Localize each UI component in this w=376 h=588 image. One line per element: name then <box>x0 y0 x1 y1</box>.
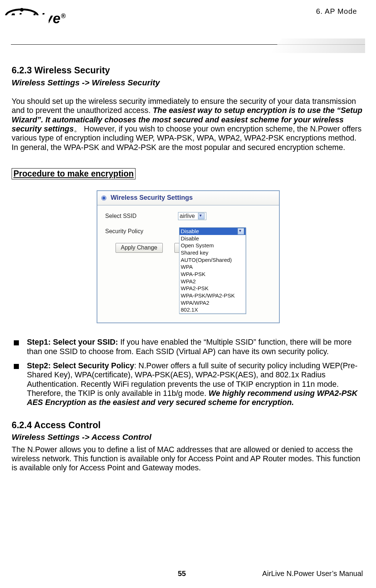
apply-change-button[interactable]: Apply Change <box>116 243 163 253</box>
logo-registered: ® <box>61 12 66 20</box>
policy-option[interactable]: Disable <box>179 235 246 242</box>
policy-option[interactable]: WPA/WPA2 <box>179 299 246 307</box>
step2-title: : Select Security Policy <box>48 361 134 370</box>
section-6-2-3-paragraph: You should set up the wireless security … <box>12 97 364 152</box>
policy-option[interactable]: WPA <box>179 263 246 271</box>
policy-selected: Disable <box>181 228 199 235</box>
policy-option[interactable]: Open System <box>179 242 246 249</box>
svg-rect-1 <box>5 15 49 23</box>
step-1: Step1: Select your SSID: If you have ena… <box>12 338 364 356</box>
policy-option[interactable]: WPA-PSK/WPA2-PSK <box>179 292 246 299</box>
step-2: Step2: Select Security Policy: N.Power o… <box>12 361 364 407</box>
policy-option[interactable]: 802.1X <box>179 306 246 313</box>
policy-option[interactable]: WPA-PSK <box>179 271 246 278</box>
airlive-logo: Air Live® <box>7 11 66 27</box>
policy-option[interactable]: Shared key <box>179 249 246 256</box>
policy-option[interactable]: WPA2-PSK <box>179 285 246 292</box>
section-6-2-3-title: 6.2.3 Wireless Security <box>12 65 364 76</box>
screenshot-title: Wireless Security Settings <box>111 194 193 201</box>
label-security-policy: Security Policy <box>105 228 178 235</box>
step2-head: Step2 <box>27 361 48 370</box>
ssid-value: airlive <box>180 213 195 220</box>
section-6-2-4-paragraph: The N.Power allows you to define a list … <box>12 445 364 473</box>
radio-icon: ◉ <box>101 194 107 201</box>
chevron-down-icon <box>238 228 244 235</box>
breadcrumb-623: Wireless Settings -> Wireless Security <box>12 78 364 88</box>
section-6-2-4-title: 6.2.4 Access Control <box>12 420 364 431</box>
select-ssid-dropdown[interactable]: airlive <box>178 212 206 220</box>
breadcrumb-624: Wireless Settings -> Access Control <box>12 433 364 442</box>
label-select-ssid: Select SSID <box>105 213 178 220</box>
p1-dot: 。 <box>74 125 84 133</box>
step1-head: Step1 <box>27 338 48 346</box>
chevron-down-icon <box>198 213 205 219</box>
svg-point-2 <box>20 8 24 12</box>
manual-title: AirLive N.Power User’s Manual <box>262 569 363 578</box>
security-policy-dropdown[interactable]: Disable Disable Open System Shared key A… <box>179 227 246 314</box>
header-slant-decoration <box>271 38 365 53</box>
policy-option[interactable]: WPA2 <box>179 278 246 285</box>
step1-title: : Select your SSID: <box>48 338 118 346</box>
procedure-title: Procedure to make encryption <box>12 168 136 179</box>
policy-option[interactable]: AUTO(Open/Shared) <box>179 256 246 264</box>
wireless-security-screenshot: ◉ Wireless Security Settings Select SSID… <box>97 190 280 323</box>
